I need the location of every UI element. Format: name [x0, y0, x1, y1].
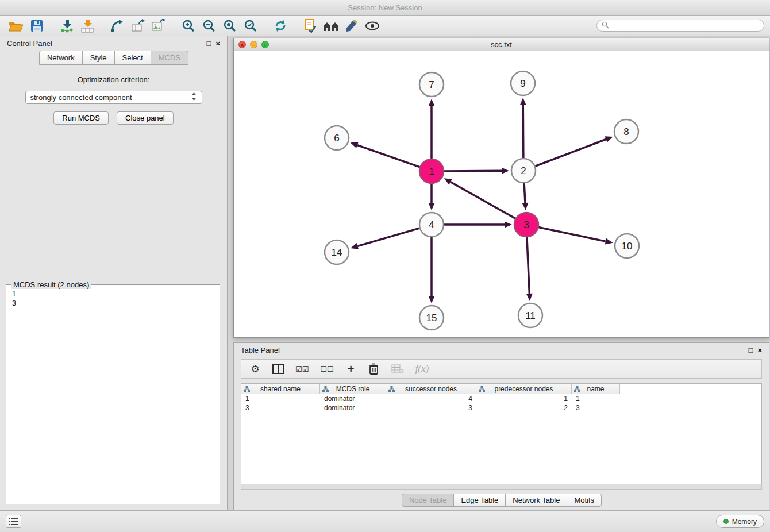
- network-window-titlebar[interactable]: × − + scc.txt: [234, 38, 769, 51]
- table-cell[interactable]: 4: [386, 394, 476, 403]
- node-table-header: shared nameMCDS rolesuccessor nodesprede…: [241, 384, 761, 394]
- graph-edge-2-8[interactable]: [534, 139, 606, 167]
- graph-arrowhead: [522, 203, 528, 210]
- optimization-criterion-label: Optimization criterion:: [0, 75, 227, 84]
- apply-style-icon[interactable]: [341, 17, 362, 34]
- table-row[interactable]: 3dominator323: [241, 403, 761, 413]
- node-table: shared nameMCDS rolesuccessor nodesprede…: [241, 383, 762, 484]
- function-builder-icon: f(x): [415, 362, 429, 376]
- graph-edge-4-14[interactable]: [357, 228, 421, 246]
- graph-arrowhead: [605, 238, 613, 245]
- column-header-name[interactable]: name: [572, 384, 620, 394]
- table-panel: Table Panel □ × ⚙ ☑☑ ☐☐ + f(x) shared na…: [233, 342, 769, 510]
- table-cell[interactable]: 2: [476, 403, 572, 413]
- column-header-predecessor-nodes[interactable]: predecessor nodes: [476, 384, 572, 394]
- graph-edge-2-3[interactable]: [524, 182, 525, 203]
- column-header-shared-name[interactable]: shared name: [241, 384, 320, 394]
- deselect-all-icon[interactable]: ☐☐: [320, 362, 333, 376]
- table-cell[interactable]: 3: [241, 403, 320, 413]
- tab-edge-table[interactable]: Edge Table: [453, 494, 506, 507]
- tab-select[interactable]: Select: [114, 51, 151, 65]
- save-session-icon[interactable]: [26, 17, 47, 34]
- control-panel-tabs: NetworkStyleSelectMCDS: [0, 51, 227, 65]
- tab-motifs[interactable]: Motifs: [567, 494, 602, 507]
- graph-edge-1-2[interactable]: [442, 171, 502, 171]
- graph-node-label-15: 15: [426, 313, 437, 323]
- export-image-icon[interactable]: [148, 17, 169, 34]
- tab-mcds[interactable]: MCDS: [151, 51, 188, 65]
- optimization-criterion-select[interactable]: strongly connected component: [25, 91, 202, 104]
- open-session-icon[interactable]: [6, 17, 26, 34]
- table-cell[interactable]: 1: [241, 394, 320, 403]
- export-table-icon[interactable]: [128, 17, 148, 34]
- show-hide-icon[interactable]: [362, 17, 383, 34]
- close-window-icon[interactable]: ×: [238, 41, 246, 48]
- close-table-panel-icon[interactable]: ×: [757, 346, 762, 354]
- control-panel: Control Panel □ × NetworkStyleSelectMCDS…: [0, 36, 228, 510]
- table-settings-icon[interactable]: ⚙: [249, 362, 261, 376]
- search-field[interactable]: [596, 20, 764, 32]
- first-neighbors-icon[interactable]: [321, 17, 341, 34]
- table-cell[interactable]: 3: [572, 403, 620, 413]
- column-selector-icon[interactable]: [272, 362, 284, 376]
- table-scroll-strip[interactable]: [241, 484, 762, 490]
- clone-network-icon[interactable]: [300, 17, 321, 34]
- zoom-fit-icon[interactable]: [220, 17, 240, 34]
- layout-network-icon[interactable]: [107, 17, 128, 34]
- table-cell[interactable]: 1: [572, 394, 620, 403]
- table-cell[interactable]: dominator: [320, 403, 386, 413]
- delete-row-icon[interactable]: [368, 362, 380, 376]
- zoom-out-icon[interactable]: [199, 17, 220, 34]
- close-panel-icon[interactable]: ×: [215, 40, 220, 47]
- graph-edge-3-10[interactable]: [537, 227, 606, 241]
- graph-node-label-7: 7: [429, 79, 434, 90]
- tab-style[interactable]: Style: [82, 51, 115, 65]
- memory-label: Memory: [732, 518, 757, 526]
- run-mcds-button[interactable]: Run MCDS: [53, 111, 109, 125]
- tab-network-table[interactable]: Network Table: [505, 494, 567, 507]
- graph-arrowhead: [526, 294, 533, 301]
- table-panel-tabs: Node TableEdge TableNetwork TableMotifs: [234, 494, 769, 507]
- mcds-result-item[interactable]: 3: [12, 299, 214, 308]
- mcds-result-item[interactable]: 1: [12, 290, 214, 299]
- task-history-button[interactable]: [6, 515, 21, 528]
- search-input[interactable]: [612, 22, 759, 30]
- import-table-icon[interactable]: [77, 17, 98, 34]
- minimize-window-icon[interactable]: −: [250, 41, 257, 48]
- memory-status-icon: [723, 519, 729, 524]
- graph-edge-1-6[interactable]: [357, 145, 421, 168]
- column-header-successor-nodes[interactable]: successor nodes: [386, 384, 476, 394]
- table-toolbar: ⚙ ☑☑ ☐☐ + f(x): [241, 359, 762, 379]
- table-cell[interactable]: 3: [386, 403, 476, 413]
- graph-node-label-3: 3: [523, 219, 529, 230]
- zoom-window-icon[interactable]: +: [261, 41, 269, 48]
- graph-arrowhead: [429, 203, 435, 210]
- network-view-window: × − + scc.txt 7968124314101511: [233, 38, 769, 338]
- float-panel-icon[interactable]: □: [207, 40, 211, 47]
- select-stepper-icon: [191, 92, 197, 103]
- graph-edge-3-11[interactable]: [527, 236, 529, 294]
- window-title: Session: New Session: [348, 3, 422, 12]
- graph-edge-2-9[interactable]: [523, 105, 523, 160]
- tab-node-table[interactable]: Node Table: [402, 494, 455, 507]
- tab-network[interactable]: Network: [39, 51, 83, 65]
- table-row[interactable]: 1dominator411: [241, 394, 761, 403]
- table-cell[interactable]: 1: [476, 394, 572, 403]
- zoom-in-icon[interactable]: [178, 17, 199, 34]
- node-table-body: 1dominator4113dominator323: [241, 394, 761, 413]
- table-cell[interactable]: dominator: [320, 394, 386, 403]
- network-canvas[interactable]: 7968124314101511: [234, 51, 769, 337]
- graph-arrowhead: [429, 296, 435, 303]
- add-row-icon[interactable]: +: [345, 362, 357, 376]
- memory-button[interactable]: Memory: [716, 515, 764, 528]
- float-table-panel-icon[interactable]: □: [749, 346, 753, 354]
- column-header-MCDS-role[interactable]: MCDS role: [320, 384, 386, 394]
- delete-table-icon: [391, 362, 404, 376]
- close-panel-button[interactable]: Close panel: [117, 111, 174, 125]
- import-network-icon[interactable]: [56, 17, 77, 34]
- select-all-icon[interactable]: ☑☑: [295, 362, 309, 376]
- zoom-selected-icon[interactable]: [240, 17, 261, 34]
- graph-edge-3-1[interactable]: [451, 182, 517, 219]
- graph-arrowhead: [429, 99, 435, 106]
- refresh-icon[interactable]: [270, 17, 291, 34]
